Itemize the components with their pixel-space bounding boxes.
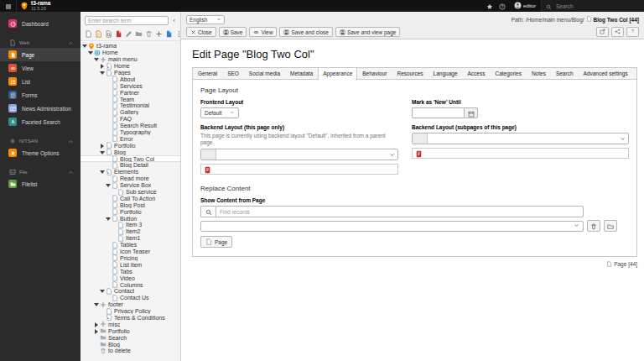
browse-records-button[interactable] [604, 220, 617, 232]
tree-node-icon-teaser[interactable]: Icon Teaser [80, 249, 180, 255]
tree-node-call-to-action[interactable]: Call To Action [80, 195, 180, 201]
global-search-input[interactable] [554, 3, 630, 10]
tree-node-item-3[interactable]: Item 3 [80, 222, 180, 228]
remove-selected-button[interactable] [587, 220, 600, 232]
tree-node-team[interactable]: Team [80, 96, 180, 102]
tree-node-gallery[interactable]: Gallery [80, 109, 180, 116]
content-from-page-select[interactable] [200, 221, 584, 232]
tree-node-terms-conditions[interactable]: Terms & Conditions [80, 315, 180, 322]
tree-node-search[interactable]: Search [80, 334, 180, 341]
tab-search[interactable]: Search [551, 68, 579, 79]
tab-notes[interactable]: Notes [527, 68, 551, 79]
tree-node-to-delete[interactable]: to delete [80, 348, 180, 354]
docheader-help-button[interactable]: ? [626, 27, 639, 37]
tab-social-media[interactable]: Social media [244, 68, 285, 79]
tree-toolbar-page-red-icon[interactable] [115, 30, 122, 38]
tree-toolbar-folder-gray-icon[interactable] [135, 30, 143, 38]
tab-behaviour[interactable]: Behaviour [357, 68, 392, 79]
module-view[interactable]: View [0, 61, 80, 75]
tree-node-columns[interactable]: Columns [80, 281, 180, 288]
module-forms[interactable]: Forms [0, 88, 80, 102]
tab-resources[interactable]: Resources [392, 68, 428, 79]
tree-toolbar-page-find-icon[interactable] [105, 30, 112, 38]
module-group-file[interactable]: File [0, 167, 80, 177]
tab-categories[interactable]: Categories [490, 68, 526, 79]
caret-right-icon[interactable] [100, 144, 104, 148]
tree-node-t3-rama[interactable]: t3-rama [80, 43, 180, 50]
caret-down-icon[interactable] [106, 183, 110, 187]
tree-node-portfolio[interactable]: Portfolio [80, 208, 180, 215]
caret-down-icon[interactable] [94, 57, 98, 61]
menu-toggle-button[interactable] [0, 0, 17, 12]
tree-search-input[interactable] [85, 16, 169, 25]
caret-down-icon[interactable] [100, 289, 104, 293]
frontend-layout-select[interactable]: Default [200, 107, 239, 118]
tab-metadata[interactable]: Metadata [285, 68, 318, 79]
tree-node-video[interactable]: Video [80, 275, 180, 281]
tree-node-partner[interactable]: Partner [80, 89, 180, 96]
caret-right-icon[interactable] [94, 329, 98, 333]
tree-toolbar-pencil-icon[interactable] [125, 30, 132, 38]
tree-collapse-button[interactable]: ‹ [171, 18, 177, 24]
tree-node-contact[interactable]: Contact [80, 288, 180, 295]
backend-layout-subpages-icon-options[interactable] [412, 148, 629, 159]
tree-node-about[interactable]: About [80, 76, 180, 82]
tab-language[interactable]: Language [428, 68, 463, 79]
language-select[interactable]: English [186, 15, 225, 24]
tree-node-privacy-policy[interactable]: Privacy Policy [80, 308, 180, 315]
close-button[interactable]: Close [186, 27, 216, 37]
tree-node-item2[interactable]: Item2 [80, 228, 180, 235]
tree-node-tabs[interactable]: Tabs [80, 268, 180, 275]
tree-node-footer[interactable]: footer [80, 301, 180, 308]
mark-new-date-input[interactable] [412, 107, 464, 118]
tree-node-list-item[interactable]: List Item [80, 261, 180, 268]
share-button[interactable] [611, 27, 624, 37]
tree-node-tables[interactable]: Tables [80, 242, 180, 249]
caret-down-icon[interactable] [88, 50, 92, 55]
caret-right-icon[interactable] [94, 322, 98, 327]
tree-node-item1[interactable]: Item1 [80, 235, 180, 242]
module-group-web[interactable]: Web [0, 38, 80, 48]
backend-layout-option-icon[interactable] [415, 146, 423, 161]
module-filelist[interactable]: Filelist [0, 177, 80, 191]
tree-node-portfolio[interactable]: Portfolio [80, 327, 180, 334]
tab-access[interactable]: Access [463, 68, 491, 79]
tree-node-typography[interactable]: Typography [80, 129, 180, 136]
backend-layout-subpages-select[interactable] [412, 133, 629, 144]
caret-down-icon[interactable] [100, 170, 104, 174]
caret-down-icon[interactable] [94, 302, 98, 306]
record-search-button[interactable] [200, 206, 216, 217]
tree-node-sub-service[interactable]: Sub service [80, 189, 180, 196]
tree-toolbar-trash-icon[interactable] [145, 30, 153, 38]
tree-node-main-menu[interactable]: main menu [80, 56, 180, 63]
save-and-view-button[interactable]: Save and view page [335, 27, 401, 37]
tree-node-home[interactable]: Home [80, 50, 180, 56]
caret-down-icon[interactable] [100, 71, 104, 75]
backend-layout-select[interactable] [200, 149, 398, 160]
backend-layout-icon-options[interactable] [200, 164, 398, 175]
caret-down-icon[interactable] [82, 44, 86, 48]
tree-node-error[interactable]: Error [80, 135, 180, 142]
tree-node-service-box[interactable]: Service Box [80, 182, 180, 189]
backend-layout-option-icon[interactable] [204, 162, 211, 177]
tree-node-blog-post[interactable]: Blog Post [80, 201, 180, 208]
tab-general[interactable]: General [193, 68, 222, 79]
caret-down-icon[interactable] [100, 150, 104, 154]
save-button[interactable]: Save [219, 27, 247, 37]
caret-right-icon[interactable] [100, 64, 104, 68]
tree-node-portfolio[interactable]: Portfolio [80, 142, 180, 149]
tree-node-pricing[interactable]: Pricing [80, 255, 180, 262]
tree-node-misc[interactable]: misc [80, 321, 180, 327]
page-wizard-button[interactable]: Page [200, 236, 232, 248]
user-menu[interactable]: editor [509, 0, 541, 12]
module-faceted-search[interactable]: AFaceted Search [0, 115, 80, 128]
tree-toolbar-doc-blue-icon[interactable] [165, 30, 173, 38]
tree-node-pages[interactable]: Pages [80, 70, 180, 76]
tab-appearance[interactable]: Appearance [318, 68, 357, 80]
tree-node-blog-detail[interactable]: Blog Detail [80, 162, 180, 169]
open-in-new-window-button[interactable] [596, 27, 609, 37]
module-list[interactable]: List [0, 75, 80, 88]
tree-node-contact-us[interactable]: Contact Us [80, 295, 180, 301]
tree-node-home[interactable]: Home [80, 63, 180, 70]
tree-node-search-result[interactable]: Search Result [80, 123, 180, 129]
